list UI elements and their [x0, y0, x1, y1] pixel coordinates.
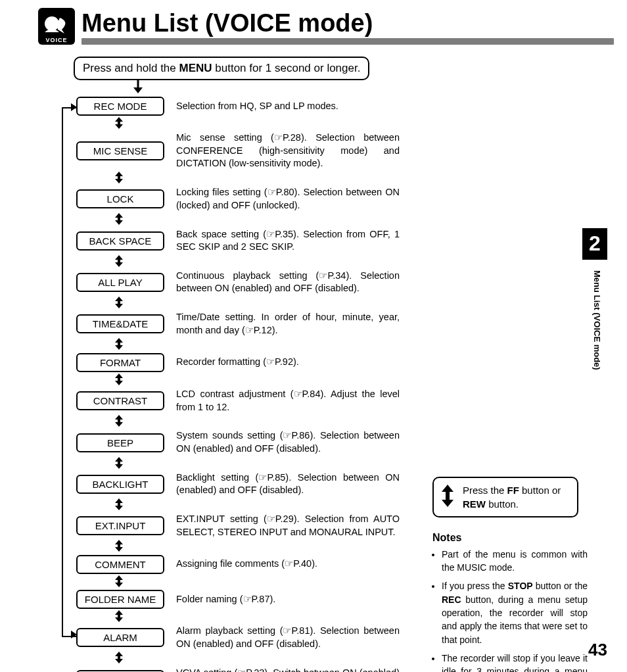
menu-row: ALARMAlarm playback setting (☞P.81). Sel…	[76, 625, 405, 650]
menu-item-desc: Selection from HQ, SP and LP modes.	[176, 100, 400, 113]
menu-item-desc: VCVA setting (☞P.23). Switch between ON …	[176, 667, 400, 672]
up-down-connector-icon	[76, 117, 162, 130]
up-down-connector-icon	[76, 213, 162, 226]
ff-b1: FF	[507, 485, 519, 496]
menu-row: BACKLIGHTBacklight setting (☞P.85). Sele…	[76, 471, 405, 497]
up-down-arrow-icon	[440, 485, 455, 507]
up-down-connector-icon	[76, 255, 162, 268]
svg-marker-14	[115, 262, 123, 267]
svg-marker-24	[115, 415, 123, 420]
chapter-tab: 2	[582, 228, 607, 260]
svg-marker-17	[115, 304, 123, 308]
up-down-connector-icon	[76, 373, 162, 387]
up-down-connector-icon	[76, 172, 162, 185]
svg-marker-33	[115, 540, 123, 544]
menu-item-box: MIC SENSE	[76, 141, 164, 160]
menu-item-desc: Continuous playback setting (☞P.34). Sel…	[176, 270, 400, 295]
menu-row: EXT.INPUTEXT.INPUT setting (☞P.29). Sele…	[76, 513, 405, 539]
side-section-title: Menu List (VOICE mode)	[592, 270, 602, 370]
svg-marker-8	[115, 179, 123, 183]
menu-item-box: BACK SPACE	[76, 231, 164, 251]
menu-row: FORMATRecorder formatting (☞P.92).	[76, 353, 405, 372]
menu-item-box: ALARM	[76, 628, 164, 647]
svg-marker-27	[115, 457, 123, 462]
menu-item-box: FOLDER NAME	[76, 590, 164, 609]
svg-point-0	[45, 16, 59, 31]
menu-item-desc: Time/Date setting. In order of hour, min…	[176, 311, 400, 337]
down-arrow-icon	[92, 80, 184, 95]
svg-marker-2	[133, 87, 143, 93]
svg-marker-12	[115, 255, 123, 260]
svg-marker-11	[115, 220, 123, 225]
ff-suffix: button.	[486, 498, 519, 510]
svg-marker-9	[115, 213, 123, 218]
up-down-connector-icon	[76, 610, 162, 623]
menu-item-box: FORMAT	[76, 353, 164, 372]
instr-suffix: button for 1 second or longer.	[212, 62, 361, 74]
menu-item-box: ALL PLAY	[76, 273, 164, 292]
ff-mid: button or	[519, 485, 561, 496]
svg-marker-18	[115, 338, 123, 343]
notes-heading: Notes	[432, 532, 607, 544]
svg-marker-21	[115, 373, 123, 378]
up-down-connector-icon	[76, 457, 162, 470]
ff-rew-hint-box: Press the FF button or REW button.	[432, 477, 578, 517]
menu-item-desc: Folder naming (☞P.87).	[176, 593, 400, 606]
svg-marker-38	[115, 583, 123, 587]
svg-marker-41	[115, 617, 123, 622]
menu-row: COMMENTAssigning file comments (☞P.40).	[76, 555, 405, 574]
svg-marker-42	[115, 652, 123, 656]
svg-marker-45	[442, 485, 453, 492]
notes-list: Part of the menu is common with the MUSI…	[432, 548, 588, 672]
svg-marker-23	[115, 381, 123, 385]
menu-row: REC MODESelection from HQ, SP and LP mod…	[76, 97, 405, 116]
up-down-connector-icon	[76, 575, 162, 588]
menu-item-box: COMMENT	[76, 555, 164, 574]
menu-row: CONTRASTLCD contrast adjustment (☞P.84).…	[76, 388, 405, 414]
menu-row: MIC SENSEMic sense setting (☞P.28). Sele…	[76, 132, 405, 170]
menu-item-desc: Recorder formatting (☞P.92).	[176, 356, 400, 369]
menu-item-box: LOCK	[76, 189, 164, 208]
ff-prefix: Press the	[463, 485, 507, 496]
menu-row: VCVAVCVA setting (☞P.23). Switch between…	[76, 667, 405, 672]
up-down-connector-icon	[76, 338, 162, 351]
page-header: VOICE Menu List (VOICE mode)	[0, 0, 627, 45]
svg-marker-39	[115, 610, 123, 615]
svg-marker-26	[115, 422, 123, 427]
svg-marker-47	[442, 500, 453, 507]
svg-marker-20	[115, 345, 123, 350]
up-down-connector-icon	[76, 297, 162, 310]
menu-row: TIME&DATETime/Date setting. In order of …	[76, 311, 405, 337]
instr-prefix: Press and hold the	[83, 62, 179, 74]
menu-item-desc: Locking files setting (☞P.80). Selection…	[176, 186, 400, 212]
menu-row: LOCKLocking files setting (☞P.80). Selec…	[76, 186, 405, 212]
svg-marker-30	[115, 498, 123, 503]
svg-marker-5	[115, 124, 123, 129]
menu-item-desc: EXT.INPUT setting (☞P.29). Selection fro…	[176, 513, 400, 539]
svg-marker-36	[115, 575, 123, 580]
menu-item-desc: Assigning file comments (☞P.40).	[176, 558, 400, 571]
svg-marker-44	[115, 659, 123, 663]
svg-marker-3	[115, 117, 123, 122]
up-down-connector-icon	[76, 652, 162, 665]
svg-marker-29	[115, 464, 123, 469]
note-item: If you press the STOP button or the REC …	[442, 579, 588, 646]
menu-item-desc: System sounds setting (☞P.86). Selection…	[176, 429, 400, 455]
svg-marker-6	[115, 172, 123, 176]
note-item: The recorder will stop if you leave it i…	[442, 652, 588, 672]
menu-loop-line	[62, 107, 78, 637]
menu-item-desc: Alarm playback setting (☞P.81). Selectio…	[176, 625, 400, 650]
menu-row: BACK SPACEBack space setting (☞P.35). Se…	[76, 228, 405, 254]
menu-item-desc: LCD contrast adjustment (☞P.84). Adjust …	[176, 388, 400, 414]
menu-item-box: BEEP	[76, 433, 164, 452]
page-title: Menu List (VOICE mode)	[81, 11, 627, 36]
svg-marker-35	[115, 547, 123, 552]
menu-item-desc: Back space setting (☞P.35). Selection fr…	[176, 228, 400, 254]
hold-menu-instruction: Press and hold the MENU button for 1 sec…	[74, 57, 369, 80]
svg-marker-15	[115, 297, 123, 301]
svg-marker-32	[115, 506, 123, 510]
voice-icon-label: VOICE	[45, 37, 67, 43]
ff-b2: REW	[463, 498, 486, 510]
menu-row: FOLDER NAMEFolder naming (☞P.87).	[76, 590, 405, 609]
svg-rect-46	[446, 491, 450, 500]
